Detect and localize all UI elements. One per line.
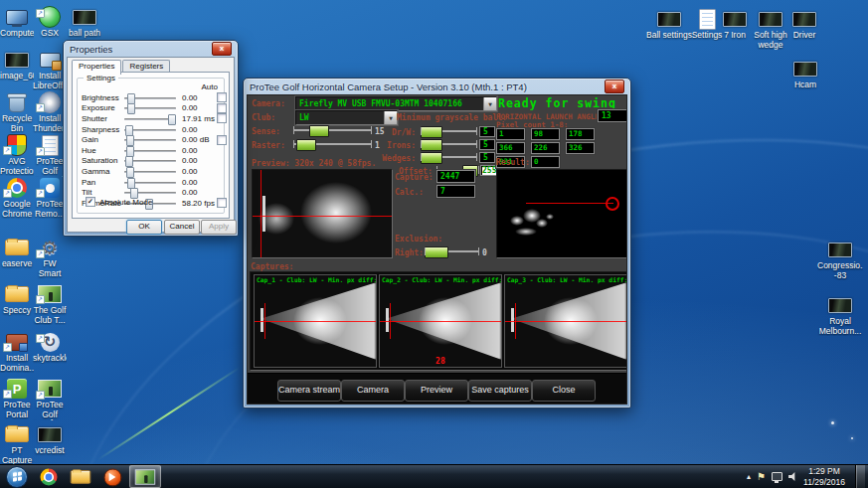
brightness-slider[interactable] [122, 93, 178, 102]
shortcut-arrow-icon: ↗ [36, 9, 45, 18]
camera-devices-button[interactable]: Camera devices [341, 380, 405, 402]
slider-thumb[interactable] [125, 156, 133, 167]
desktop-icon-image-6008[interactable]: image_6008 [0, 49, 34, 81]
shutter-auto-checkbox[interactable] [217, 113, 227, 123]
desktop-icon-pt-capture[interactable]: PT Capture [0, 423, 34, 465]
desktop-icon-protee-portal[interactable]: P↗ProTee Portal [0, 378, 34, 419]
taskbar-button-windows-explorer[interactable] [66, 466, 95, 487]
exposure-auto-checkbox[interactable] [217, 103, 227, 113]
ok-button[interactable]: OK [126, 220, 162, 235]
slider-thumb[interactable] [126, 167, 134, 178]
exposure-slider[interactable] [122, 103, 178, 112]
slider-thumb[interactable] [126, 135, 134, 146]
slider-thumb[interactable] [125, 125, 133, 136]
tilt-slider[interactable] [122, 188, 178, 197]
desktop-icon-google-chrome[interactable]: ↗Google Chrome [0, 177, 34, 219]
start-button[interactable] [6, 466, 28, 488]
close-button[interactable]: Close [532, 380, 596, 402]
sense-slider-thumb[interactable] [309, 125, 329, 137]
desktop-icon-the-golf-club-t[interactable]: ↗The Golf Club T... [33, 283, 67, 325]
desktop-icon-ball-path[interactable]: ball path [68, 6, 101, 39]
taskbar-clock[interactable]: 1:29 PM 11/29/2016 [803, 466, 845, 487]
preview-button[interactable]: Preview [405, 380, 468, 402]
close-icon[interactable]: x [212, 42, 232, 56]
club-select[interactable]: LW ▼ [295, 110, 398, 125]
slider-thumb[interactable] [127, 103, 135, 114]
capture-thumbnail-2[interactable]: Cap_2 - Club: LW - Min. px diff: 0 - Px … [379, 274, 502, 368]
sense-slider[interactable] [293, 125, 371, 135]
slider-thumb[interactable] [127, 93, 135, 104]
absolute-mode-checkbox[interactable]: ✓ [86, 197, 95, 207]
desktop-icon-easerve[interactable]: easerve [0, 237, 34, 269]
raster-slider[interactable] [293, 139, 371, 149]
desktop-icon-royal-melbourn[interactable]: Royal Melbourn... [817, 294, 863, 336]
saturation-slider[interactable] [122, 156, 178, 165]
show-desktop-button[interactable] [855, 465, 865, 488]
desktop-icon-fw-smart-mouse-utility[interactable]: ⚙↗FW Smart Mouse Utility [33, 237, 67, 279]
desktop-icon-skytrackle[interactable]: ↻↗skytrackle [33, 331, 67, 364]
drw-slider-thumb[interactable] [421, 126, 442, 138]
desktop-icon-install-libreoffice[interactable]: Install LibreOffice_ [33, 49, 67, 90]
chevron-down-icon[interactable]: ▼ [483, 97, 496, 110]
apply-button[interactable]: Apply [201, 220, 237, 235]
desktop-icon-recycle-bin[interactable]: Recycle Bin [0, 91, 34, 133]
properties-titlebar[interactable]: Properties x [64, 41, 238, 57]
protee-titlebar[interactable]: ProTee Golf Horizontal Camera Setup - Ve… [244, 79, 630, 94]
calc-label: Calc.: [395, 188, 424, 197]
irons-slider[interactable] [421, 139, 476, 149]
save-captures-button[interactable]: Save captures [468, 380, 532, 402]
desktop-icon-install-domina[interactable]: ↗Install Domina... [0, 331, 34, 373]
desktop-icon-protee-golf-interface[interactable]: ↗ProTee Golf Interface [33, 378, 67, 420]
right-slider-thumb[interactable] [425, 246, 448, 258]
gain-auto-checkbox[interactable] [217, 135, 227, 145]
raster-value: 1 [375, 141, 380, 150]
shutter-slider[interactable] [122, 114, 178, 123]
desktop-icon-install-thunderb[interactable]: ↗Install Thunderb... [33, 91, 67, 133]
club-label: Club: [252, 113, 275, 122]
cancel-button[interactable]: Cancel [164, 220, 200, 235]
tray-expand-icon[interactable]: ▴ [747, 472, 751, 481]
desktop-icon-hcam[interactable]: Hcam [782, 58, 828, 90]
slider-thumb[interactable] [168, 114, 176, 125]
hue-label: Hue [82, 146, 122, 155]
hue-slider[interactable] [122, 146, 178, 155]
desktop-icon-vcredist[interactable]: vcredist [33, 423, 67, 456]
gamma-value: 0.00 [178, 167, 216, 176]
desktop-icon-driver[interactable]: Driver [781, 8, 827, 41]
close-icon[interactable]: x [605, 80, 624, 93]
raster-slider-thumb[interactable] [296, 139, 316, 151]
slider-thumb[interactable] [127, 178, 135, 189]
pan-slider[interactable] [122, 178, 178, 187]
taskbar-button-protee-golf-interface[interactable] [129, 465, 161, 488]
network-icon[interactable] [772, 472, 782, 481]
irons-slider-thumb[interactable] [421, 139, 442, 151]
action-center-flag-icon[interactable]: ⚑ [757, 472, 766, 482]
camera-stream-button[interactable]: Camera stream [277, 380, 341, 402]
chevron-down-icon[interactable]: ▼ [384, 111, 397, 124]
gain-slider[interactable] [122, 135, 178, 144]
drw-slider[interactable] [421, 126, 476, 136]
desktop-icon-protee-golf-manual[interactable]: ↗ProTee Golf Manual [33, 134, 67, 177]
brightness-auto-checkbox[interactable] [217, 92, 227, 102]
tab-properties[interactable]: Properties [72, 60, 121, 75]
desktop-icon-speccy[interactable]: Speccy [0, 283, 34, 316]
slider-thumb[interactable] [126, 146, 134, 157]
wedges-slider-thumb[interactable] [421, 152, 442, 164]
desktop-icon-avg-protection[interactable]: ↗AVG Protection [0, 134, 34, 176]
sharpness-slider[interactable] [122, 125, 178, 134]
taskbar-button-media-player[interactable] [97, 466, 127, 487]
capture-thumbnail-3[interactable]: Cap_3 - Club: LW - Min. px diff: 0 - Px … [504, 274, 627, 368]
hla-value-box: 13 [598, 109, 627, 122]
wedges-slider[interactable] [421, 152, 476, 162]
framerate-auto-checkbox[interactable] [217, 198, 227, 208]
taskbar-button-google-chrome[interactable] [34, 466, 64, 487]
desktop-icon-protee-remo[interactable]: ↗ProTee Remo... [33, 177, 67, 219]
capture-thumbnail-1[interactable]: Cap_1 - Club: LW - Min. px diff: 0 - Px … [254, 274, 377, 368]
speaker-icon[interactable] [788, 472, 797, 481]
desktop-icon-gsx[interactable]: ↗GSX [33, 6, 67, 39]
right-slider[interactable] [425, 246, 478, 256]
gamma-slider[interactable] [122, 167, 178, 176]
desktop-icon-congressio-83[interactable]: Congressio... -83 [817, 239, 863, 280]
camera-select[interactable]: Firefly MV USB FMVU-03MTM 10407166 ▼ [295, 96, 497, 111]
desktop-icon-computer[interactable]: Computer [0, 6, 34, 39]
